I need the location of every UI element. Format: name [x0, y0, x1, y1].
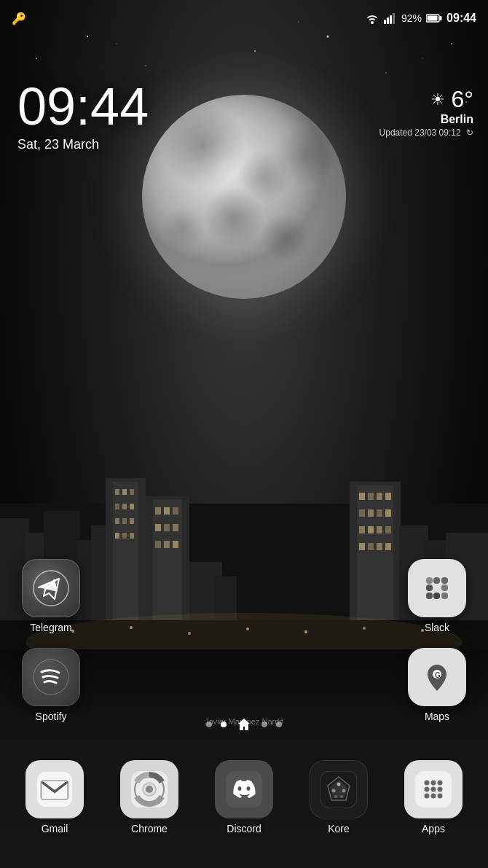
spotify-icon	[22, 648, 80, 706]
svg-point-9	[116, 43, 117, 44]
apps-app[interactable]: Apps	[404, 760, 463, 834]
svg-point-2	[145, 65, 146, 66]
sun-icon: ☀	[430, 90, 445, 109]
weather-widget: ☀ 6° Berlin Updated 23/03 09:12 ↻	[379, 86, 473, 138]
svg-rect-50	[385, 493, 391, 500]
svg-rect-80	[428, 16, 438, 21]
svg-rect-76	[387, 17, 389, 24]
svg-rect-52	[368, 509, 374, 517]
svg-rect-49	[377, 493, 382, 500]
telegram-app[interactable]: Telegram	[22, 559, 80, 633]
home-apps-row-1: Telegram Slack	[15, 559, 473, 633]
svg-rect-25	[130, 504, 134, 509]
svg-rect-55	[359, 526, 365, 533]
status-right: 92% 09:44	[365, 12, 476, 25]
svg-point-6	[451, 43, 452, 44]
discord-app[interactable]: Discord	[215, 760, 273, 834]
battery-icon	[426, 13, 442, 23]
svg-point-117	[438, 787, 443, 792]
svg-rect-30	[122, 533, 127, 539]
svg-point-108	[342, 789, 346, 793]
slack-label: Slack	[425, 622, 449, 633]
svg-rect-53	[377, 509, 382, 517]
svg-point-5	[385, 72, 387, 74]
svg-rect-24	[122, 504, 127, 509]
svg-rect-31	[130, 533, 134, 539]
svg-rect-42	[173, 541, 178, 548]
svg-rect-57	[377, 526, 382, 533]
svg-rect-89	[426, 593, 433, 599]
wifi-icon	[365, 12, 379, 24]
apps-label: Apps	[422, 823, 445, 834]
telegram-label: Telegram	[30, 622, 72, 633]
chrome-label: Chrome	[131, 823, 168, 834]
svg-rect-77	[390, 15, 392, 24]
svg-point-110	[340, 795, 343, 798]
svg-rect-58	[385, 526, 391, 533]
svg-point-119	[431, 794, 436, 799]
kore-icon	[310, 760, 368, 818]
svg-point-114	[438, 781, 443, 786]
svg-point-107	[332, 789, 336, 793]
chrome-icon	[120, 760, 178, 818]
svg-point-116	[431, 787, 436, 792]
svg-rect-47	[359, 493, 365, 500]
svg-rect-38	[164, 524, 170, 531]
status-time: 09:44	[446, 12, 476, 25]
svg-rect-22	[130, 489, 134, 495]
svg-rect-56	[368, 526, 374, 533]
slack-app[interactable]: Slack	[408, 559, 466, 633]
svg-rect-62	[385, 543, 391, 550]
status-bar: 🔑 92% 09:44	[0, 0, 488, 36]
svg-rect-85	[441, 584, 448, 591]
discord-icon	[215, 760, 273, 818]
svg-rect-34	[155, 507, 161, 515]
weather-city: Berlin	[379, 113, 473, 126]
maps-app[interactable]: G Maps	[408, 648, 466, 722]
battery-text: 92%	[401, 12, 422, 24]
svg-rect-90	[441, 593, 448, 599]
refresh-icon: ↻	[466, 128, 473, 138]
apps-icon	[404, 760, 463, 818]
svg-rect-28	[130, 518, 134, 524]
signal-icon	[384, 12, 397, 24]
svg-rect-48	[368, 493, 374, 500]
svg-rect-40	[155, 541, 161, 548]
svg-rect-29	[115, 533, 119, 539]
spotify-app[interactable]: Spotify	[22, 648, 80, 722]
svg-rect-37	[155, 524, 161, 531]
svg-point-11	[422, 58, 422, 58]
key-icon: 🔑	[12, 12, 26, 26]
svg-rect-75	[384, 20, 386, 24]
svg-point-0	[36, 58, 37, 59]
svg-point-106	[337, 783, 341, 786]
kore-app[interactable]: Kore	[310, 760, 368, 834]
svg-point-120	[438, 794, 443, 799]
svg-rect-54	[385, 509, 391, 517]
dock: Gmail Chrome	[0, 737, 488, 868]
svg-point-115	[425, 787, 430, 792]
clock-widget: 09:44 Sat, 23 March	[17, 80, 149, 152]
svg-rect-86	[433, 593, 440, 599]
clock-date: Sat, 23 March	[17, 137, 149, 152]
svg-rect-88	[441, 577, 448, 584]
svg-rect-81	[440, 16, 442, 20]
svg-rect-36	[173, 507, 178, 515]
watermark: Javier Martínez Nardif	[205, 717, 283, 726]
svg-rect-26	[115, 518, 119, 524]
home-apps-row-2: Spotify G Maps	[15, 648, 473, 722]
svg-point-118	[425, 794, 430, 799]
svg-rect-87	[426, 577, 433, 584]
svg-rect-20	[115, 489, 119, 495]
chrome-app[interactable]: Chrome	[120, 760, 178, 834]
gmail-app[interactable]: Gmail	[25, 760, 84, 834]
clock-time: 09:44	[17, 80, 149, 133]
gmail-label: Gmail	[42, 823, 68, 834]
svg-rect-59	[359, 543, 365, 550]
discord-label: Discord	[227, 823, 261, 834]
svg-rect-84	[433, 577, 440, 584]
moon	[142, 95, 346, 299]
home-apps: Telegram Slack	[0, 559, 488, 722]
svg-rect-61	[377, 543, 382, 550]
svg-text:G: G	[435, 671, 441, 679]
